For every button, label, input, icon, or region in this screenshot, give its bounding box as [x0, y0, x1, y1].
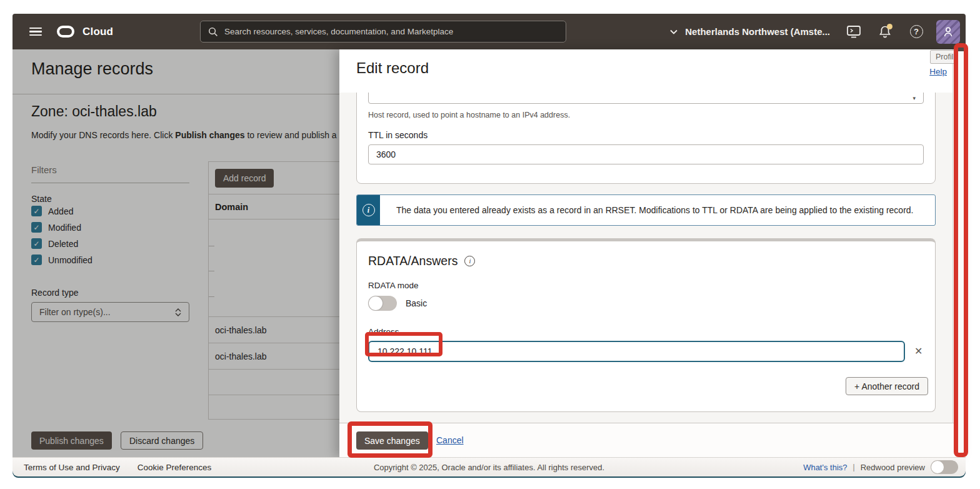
help-icon[interactable]: ? — [909, 24, 924, 39]
brand-label: Cloud — [82, 26, 113, 38]
top-navigation-bar: Cloud Search resources, services, docume… — [12, 14, 966, 49]
info-banner-icon-block: i — [357, 195, 380, 225]
hamburger-menu-icon[interactable] — [29, 28, 42, 36]
toggle-knob — [369, 296, 382, 310]
select-caret-icon: ▾ — [912, 95, 916, 101]
notifications-icon[interactable] — [878, 24, 892, 39]
info-banner-text: The data you entered already exists as a… — [380, 195, 913, 225]
global-search-input[interactable]: Search resources, services, documentatio… — [200, 21, 566, 43]
save-changes-button[interactable]: Save changes — [356, 431, 428, 450]
manage-records-pane: Manage records Zone: oci-thales.lab Modi… — [12, 49, 339, 457]
address-label: Address — [368, 327, 924, 336]
terms-link[interactable]: Terms of Use and Privacy — [24, 463, 120, 472]
redwood-preview-toggle[interactable] — [931, 460, 958, 474]
record-type-helper: Host record, used to point a hostname to… — [368, 111, 924, 119]
panel-action-bar: Save changes Cancel — [339, 423, 966, 457]
rdata-title: RDATA/Answers — [368, 254, 458, 268]
toggle-knob — [931, 461, 944, 473]
record-type-select-clipped[interactable]: ▾ — [368, 93, 924, 104]
scrollbar-highlight-fill — [956, 46, 966, 455]
footer-separator: | — [853, 463, 855, 471]
record-basics-card: ▾ Host record, used to point a hostname … — [356, 93, 936, 184]
panel-scroll-content: ▾ Host record, used to point a hostname … — [339, 93, 952, 423]
rdata-answers-card: RDATA/Answers i RDATA mode Basic Address… — [356, 238, 936, 412]
rdata-mode-label: RDATA mode — [368, 281, 924, 290]
another-record-button[interactable]: + Another record — [846, 377, 928, 395]
region-selector[interactable]: Netherlands Northwest (Amste... — [670, 26, 830, 37]
footer: Terms of Use and Privacy Cookie Preferen… — [12, 457, 966, 476]
search-icon — [208, 27, 218, 37]
address-input[interactable] — [368, 341, 905, 362]
info-banner: i The data you entered already exists as… — [356, 194, 936, 226]
rdata-info-icon[interactable]: i — [464, 256, 475, 266]
edit-record-panel: Edit record Help ▾ Host record, used to … — [339, 49, 966, 457]
info-icon: i — [362, 204, 375, 216]
ttl-label: TTL in seconds — [368, 130, 924, 140]
ttl-input[interactable] — [368, 144, 924, 164]
rdata-mode-toggle[interactable] — [368, 296, 397, 311]
cookie-preferences-link[interactable]: Cookie Preferences — [138, 463, 212, 472]
panel-title: Edit record — [356, 59, 429, 77]
person-icon — [942, 26, 954, 38]
profile-tooltip: Profil — [930, 50, 959, 64]
notification-dot — [887, 24, 892, 29]
region-label: Netherlands Northwest (Amste... — [685, 26, 830, 37]
help-link[interactable]: Help — [929, 67, 947, 76]
oci-console-page: Cloud Search resources, services, docume… — [0, 0, 980, 489]
redwood-preview-label: Redwood preview — [861, 463, 925, 472]
modal-dim-overlay — [12, 49, 339, 457]
cloudshell-icon[interactable] — [846, 24, 861, 39]
cancel-link[interactable]: Cancel — [436, 435, 464, 445]
chevron-down-icon — [670, 29, 678, 34]
remove-record-icon[interactable]: ✕ — [914, 346, 922, 356]
rdata-mode-value: Basic — [406, 298, 427, 308]
profile-avatar[interactable] — [936, 20, 960, 44]
oracle-logo[interactable] — [57, 26, 74, 38]
whats-this-link[interactable]: What's this? — [803, 463, 847, 472]
search-placeholder: Search resources, services, documentatio… — [224, 27, 453, 36]
